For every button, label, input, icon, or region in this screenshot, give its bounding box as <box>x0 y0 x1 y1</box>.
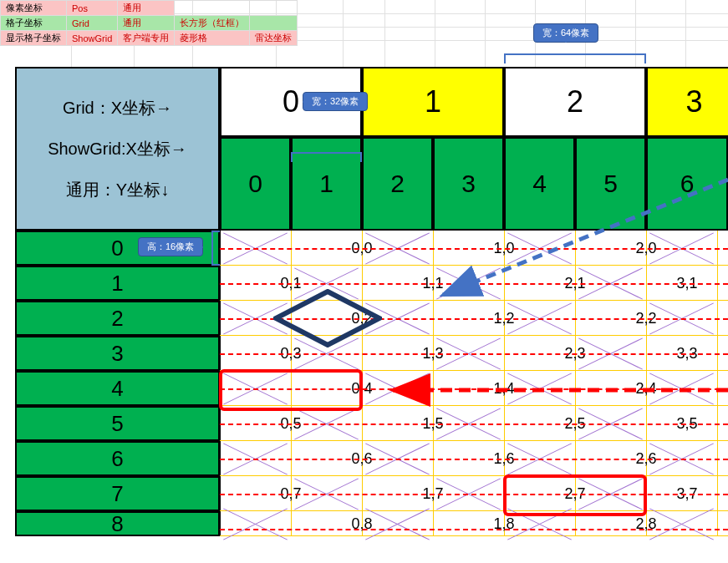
svg-marker-0 <box>276 292 379 345</box>
callout-height-16: 高：16像素 <box>138 237 203 256</box>
grid-x-cell: 2 <box>504 67 646 137</box>
legend-cell <box>250 16 298 31</box>
red-selection-27 <box>503 474 647 516</box>
legend-cell: 格子坐标 <box>1 16 67 31</box>
legend-table: 像素坐标 Pos 通用 格子坐标 Grid 通用 长方形（红框） 显示格子坐标 … <box>0 0 298 46</box>
callout-width-64: 宽：64像素 <box>533 23 598 43</box>
grid-x-cell: 1 <box>362 67 504 137</box>
y-cell: 1 <box>15 266 220 301</box>
y-cell: 6 <box>15 441 220 476</box>
showgrid-x-header-row: 0 1 2 3 4 5 6 <box>220 137 728 231</box>
showgrid-x-cell: 5 <box>575 137 646 231</box>
y-cell: 2 <box>15 301 220 336</box>
showgrid-x-cell: 0 <box>220 137 291 231</box>
legend-cell: 长方形（红框） <box>175 16 250 31</box>
y-cell: 5 <box>15 406 220 441</box>
y-cell: 4 <box>15 371 220 406</box>
legend-cell: 客户端专用 <box>118 31 175 46</box>
legend-cell: ShowGrid <box>67 31 118 46</box>
header-line-showgrid-x: ShowGrid:X坐标→ <box>48 138 187 160</box>
showgrid-x-cell: 2 <box>362 137 433 231</box>
legend-cell: 菱形格 <box>175 31 250 46</box>
data-row: 0,8 1,8 2,8 <box>220 511 728 536</box>
bracket-32px <box>291 152 362 162</box>
red-selection-04 <box>219 369 363 411</box>
legend-cell <box>250 1 298 16</box>
legend-cell: Pos <box>67 1 118 16</box>
legend-cell: Grid <box>67 16 118 31</box>
legend-cell: 通用 <box>118 1 175 16</box>
legend-cell: 通用 <box>118 16 175 31</box>
showgrid-x-cell: 4 <box>504 137 575 231</box>
grid-x-header-row: 0 1 2 3 <box>220 67 728 137</box>
y-cell: 3 <box>15 336 220 371</box>
bracket-16px <box>211 231 220 266</box>
showgrid-x-cell: 1 <box>291 137 362 231</box>
legend-cell: 显示格子坐标 <box>1 31 67 46</box>
header-block: Grid：X坐标→ ShowGrid:X坐标→ 通用：Y坐标↓ <box>15 67 220 231</box>
header-line-y: 通用：Y坐标↓ <box>66 179 169 201</box>
bracket-64px <box>504 53 646 63</box>
diamond-marker <box>273 289 382 347</box>
legend-cell: 雷达坐标 <box>250 31 298 46</box>
callout-width-32: 宽：32像素 <box>303 92 368 111</box>
y-cell: 8 <box>15 511 220 536</box>
showgrid-x-cell: 6 <box>646 137 728 231</box>
legend-cell <box>175 1 250 16</box>
y-header-column: 0 1 2 3 4 5 6 7 8 <box>15 231 220 536</box>
grid-x-cell: 3 <box>646 67 728 137</box>
y-cell: 7 <box>15 476 220 511</box>
showgrid-x-cell: 3 <box>433 137 504 231</box>
coord-cell: 0,8 <box>291 511 433 536</box>
legend-cell: 像素坐标 <box>1 1 67 16</box>
header-line-grid-x: Grid：X坐标→ <box>63 97 172 119</box>
